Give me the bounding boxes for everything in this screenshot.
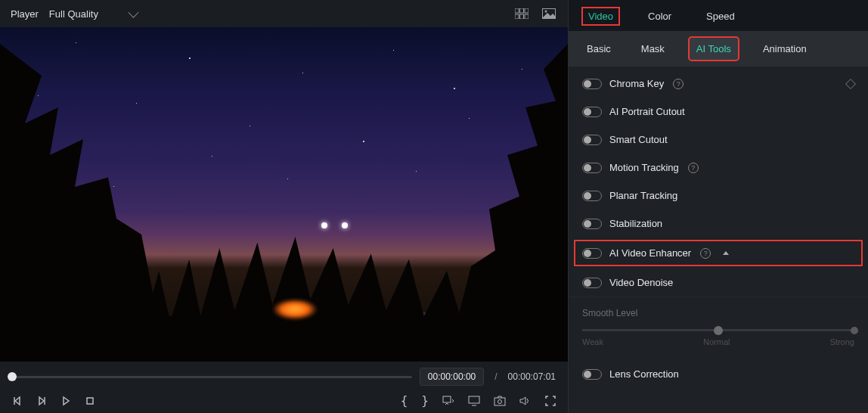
tool-ai-video-enhancer: AI Video Enhancer ? bbox=[573, 239, 863, 267]
toggle-lens-correction[interactable] bbox=[582, 369, 602, 380]
expand-icon[interactable] bbox=[723, 251, 729, 255]
seek-slider[interactable] bbox=[12, 376, 412, 378]
time-separator: / bbox=[491, 371, 500, 382]
toggle-planar-tracking[interactable] bbox=[582, 191, 602, 201]
smooth-level-label: Smooth Level bbox=[582, 308, 854, 318]
smooth-level-slider[interactable] bbox=[582, 329, 854, 331]
toggle-chroma-key[interactable] bbox=[582, 79, 602, 89]
svg-rect-1 bbox=[520, 8, 524, 13]
label-smart-cutout: Smart Cutout bbox=[609, 134, 668, 145]
toggle-video-denoise[interactable] bbox=[582, 278, 602, 288]
image-icon[interactable] bbox=[541, 5, 557, 22]
help-icon[interactable]: ? bbox=[700, 248, 711, 259]
quality-value: Full Quality bbox=[49, 8, 98, 20]
svg-rect-2 bbox=[525, 8, 529, 13]
tab-speed[interactable]: Speed bbox=[700, 8, 741, 25]
video-preview[interactable] bbox=[0, 27, 568, 362]
tab-video[interactable]: Video bbox=[582, 8, 619, 25]
volume-button[interactable] bbox=[519, 396, 532, 406]
tool-lens-correction: Lens Correction bbox=[569, 360, 868, 388]
subtab-basic[interactable]: Basic bbox=[581, 34, 617, 64]
marker-dropdown[interactable] bbox=[442, 396, 454, 406]
mark-out-button[interactable]: } bbox=[421, 393, 429, 408]
quality-dropdown[interactable]: Full Quality bbox=[49, 8, 136, 20]
duration: 00:00:07:01 bbox=[508, 371, 556, 382]
player-panel: Player Full Quality bbox=[0, 0, 569, 413]
tool-chroma-key: Chroma Key ? bbox=[569, 70, 868, 98]
mark-in-button[interactable]: { bbox=[401, 393, 408, 408]
sub-tab-bar: Basic Mask AI Tools Animation bbox=[569, 31, 868, 67]
celestial-object bbox=[342, 222, 348, 228]
help-icon[interactable]: ? bbox=[688, 163, 699, 173]
keyframe-icon[interactable] bbox=[845, 78, 856, 88]
svg-point-15 bbox=[498, 399, 502, 403]
tool-ai-portrait-cutout: AI Portrait Cutout bbox=[569, 98, 868, 126]
svg-rect-3 bbox=[515, 14, 519, 19]
help-icon[interactable]: ? bbox=[673, 79, 684, 89]
svg-point-7 bbox=[545, 11, 547, 13]
toggle-stabilization[interactable] bbox=[582, 219, 602, 229]
label-stabilization: Stabilization bbox=[609, 218, 662, 229]
toggle-smart-cutout[interactable] bbox=[582, 135, 602, 145]
current-time[interactable]: 00:00:00:00 bbox=[420, 368, 484, 386]
play-range-button[interactable] bbox=[36, 396, 47, 406]
svg-rect-14 bbox=[494, 398, 505, 405]
svg-rect-0 bbox=[515, 8, 519, 13]
play-button[interactable] bbox=[60, 396, 71, 406]
subtab-mask[interactable]: Mask bbox=[635, 34, 671, 64]
label-ai-video-enhancer: AI Video Enhancer bbox=[609, 247, 691, 259]
tool-video-denoise: Video Denoise bbox=[569, 269, 868, 297]
stop-button[interactable] bbox=[85, 396, 95, 406]
tool-motion-tracking: Motion Tracking ? bbox=[569, 154, 868, 182]
tab-color[interactable]: Color bbox=[642, 8, 677, 25]
toggle-ai-portrait-cutout[interactable] bbox=[582, 107, 602, 117]
slider-thumb[interactable] bbox=[714, 326, 723, 335]
smooth-normal: Normal bbox=[703, 337, 730, 346]
smooth-strong: Strong bbox=[830, 337, 854, 346]
fullscreen-button[interactable] bbox=[545, 396, 556, 406]
campfire-glow bbox=[272, 299, 318, 320]
smooth-weak: Weak bbox=[582, 337, 603, 346]
subtab-animation[interactable]: Animation bbox=[757, 34, 813, 64]
celestial-object bbox=[321, 222, 327, 228]
tool-planar-tracking: Planar Tracking bbox=[569, 182, 868, 210]
display-button[interactable] bbox=[468, 396, 480, 406]
ai-tools-list: Chroma Key ? AI Portrait Cutout Smart Cu… bbox=[569, 67, 868, 413]
smooth-level-section: Smooth Level Weak Normal Strong bbox=[569, 297, 868, 360]
player-label: Player bbox=[11, 8, 39, 20]
toggle-motion-tracking[interactable] bbox=[582, 163, 602, 173]
prev-frame-button[interactable] bbox=[12, 396, 23, 406]
label-video-denoise: Video Denoise bbox=[609, 277, 673, 288]
label-motion-tracking: Motion Tracking bbox=[609, 162, 679, 173]
snapshot-button[interactable] bbox=[494, 396, 506, 406]
label-ai-portrait-cutout: AI Portrait Cutout bbox=[609, 106, 685, 117]
svg-rect-12 bbox=[469, 396, 479, 403]
label-chroma-key: Chroma Key bbox=[609, 78, 664, 89]
grid-view-icon[interactable] bbox=[513, 5, 530, 22]
svg-rect-11 bbox=[443, 396, 451, 402]
svg-rect-4 bbox=[520, 14, 524, 19]
label-planar-tracking: Planar Tracking bbox=[609, 190, 677, 201]
chevron-down-icon bbox=[128, 8, 138, 18]
toggle-ai-video-enhancer[interactable] bbox=[582, 248, 602, 259]
subtab-ai-tools[interactable]: AI Tools bbox=[689, 37, 739, 61]
slider-end-cap bbox=[851, 327, 858, 334]
tool-smart-cutout: Smart Cutout bbox=[569, 126, 868, 154]
top-tab-bar: Video Color Speed bbox=[569, 0, 868, 31]
seek-thumb[interactable] bbox=[8, 372, 17, 381]
tool-stabilization: Stabilization bbox=[569, 210, 868, 238]
label-lens-correction: Lens Correction bbox=[609, 368, 679, 380]
playback-controls: 00:00:00:00 / 00:00:07:01 { } bbox=[0, 362, 568, 413]
svg-rect-5 bbox=[525, 14, 529, 19]
player-header: Player Full Quality bbox=[0, 0, 568, 27]
properties-panel: Video Color Speed Basic Mask AI Tools An… bbox=[569, 0, 868, 413]
svg-rect-10 bbox=[87, 398, 93, 404]
